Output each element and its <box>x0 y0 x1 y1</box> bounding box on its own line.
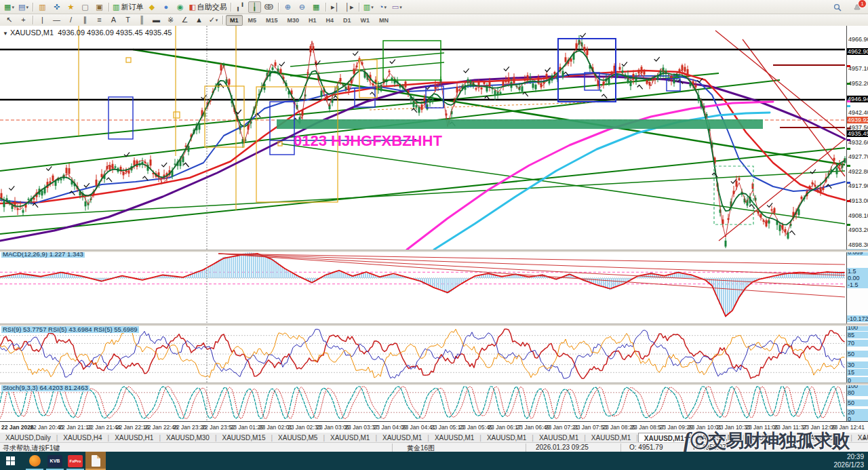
horizontal-line-tool[interactable]: — <box>50 14 63 26</box>
more-arrows-tool[interactable]: ✓▾ <box>207 14 220 26</box>
crosshair-tool[interactable]: + <box>17 14 30 26</box>
bar-chart-mode-button[interactable]: ╻╹ <box>234 1 247 13</box>
panel-divider[interactable] <box>0 324 868 326</box>
chart-tab-5[interactable]: XAUUSD,M5 <box>273 433 323 443</box>
timeframe-m30[interactable]: M30 <box>283 15 304 26</box>
search-icon[interactable] <box>831 1 844 13</box>
chart-tab-1[interactable]: XAUUSD,H4 <box>58 433 107 443</box>
timeframe-m5[interactable]: M5 <box>244 15 261 26</box>
candlestick-mode-button[interactable]: ╽ <box>248 1 261 13</box>
auto-trading-icon: ◧ <box>189 3 195 11</box>
expert-advisors-icon: ◆ <box>149 3 155 11</box>
chart-profiles-button[interactable]: ▤▾ <box>17 1 30 13</box>
taskbar-app-fxpro[interactable]: FxPro <box>65 452 85 470</box>
chart-text-annotation[interactable]: 0123 HJHGFXBZHHT <box>294 132 442 150</box>
chart-tab-4[interactable]: XAUUSD,M15 <box>217 433 271 443</box>
start-button[interactable] <box>0 452 20 470</box>
favorites-button[interactable]: ★ <box>64 1 77 13</box>
price-chart-canvas[interactable] <box>0 26 846 421</box>
collapse-arrow-icon[interactable]: ▼ <box>3 31 8 37</box>
timeframe-w1[interactable]: W1 <box>357 15 374 26</box>
axis-label: 50 <box>847 399 868 406</box>
new-order-button[interactable]: ▥新订单 <box>112 1 144 13</box>
timeframe-mn[interactable]: MN <box>375 15 393 26</box>
line-endpoint-mark <box>847 83 850 85</box>
timeframe-h4[interactable]: H4 <box>322 15 338 26</box>
zoom-out-button[interactable]: ⊖ <box>296 1 309 13</box>
chart-tab-8[interactable]: XAUUSD,M1 <box>429 433 479 443</box>
chart-tab-6[interactable]: XAUUSD,M1 <box>325 433 375 443</box>
community-button[interactable]: ● <box>159 1 172 13</box>
label-tool[interactable]: T <box>121 14 134 26</box>
rsi-label[interactable]: RSI(9) 53.7757 RSI(5) 43.6984 RSI(5) 55.… <box>1 326 139 333</box>
market-button[interactable]: ◉ <box>174 1 186 13</box>
dropdown-caret-icon: ▾ <box>216 18 218 22</box>
new-chart-icon: ▦ <box>4 3 11 11</box>
market-watch-button[interactable]: ▥ <box>36 1 49 13</box>
chart-shift-button[interactable]: │▸ <box>343 1 356 13</box>
chart-tab-12[interactable]: XAUUSD,M1 <box>638 433 690 444</box>
history-center-icon: ▣ <box>96 3 102 11</box>
dropdown-caret-icon: ▾ <box>384 5 387 9</box>
rectangle-tool-icon: ▬ <box>153 16 160 24</box>
line-endpoint-mark <box>847 165 850 167</box>
vertical-line-tool[interactable]: | <box>36 14 49 26</box>
timeframe-h1[interactable]: H1 <box>304 15 321 26</box>
axis-label: 4966.90 <box>848 36 868 43</box>
tile-windows-icon: ▦ <box>313 3 319 11</box>
taskbar-app-browser[interactable] <box>24 452 45 470</box>
chart-tab-0[interactable]: XAUUSD,Daily <box>0 433 56 443</box>
new-chart-button[interactable]: ▦▾ <box>3 1 16 13</box>
chart-tab-10[interactable]: XAUUSD,M1 <box>534 433 584 443</box>
expert-advisors-button[interactable]: ◆ <box>145 1 158 13</box>
taskbar-app-kvb[interactable]: KVB <box>45 452 65 470</box>
tile-windows-button[interactable]: ▦ <box>310 1 323 13</box>
history-center-button[interactable]: ▣ <box>93 1 106 13</box>
templates-button[interactable]: ▭▾ <box>391 1 403 13</box>
line-chart-mode-button[interactable]: ↂ <box>262 1 275 13</box>
line-endpoint-mark <box>847 224 850 226</box>
chart-tab-2[interactable]: XAUUSD,H1 <box>109 433 159 443</box>
text-tool[interactable]: A <box>107 14 120 26</box>
gann-tool-icon: ∠ <box>182 16 189 24</box>
taskbar-clock[interactable]: 20:39 2026/1/23 <box>834 453 865 469</box>
fibonacci-tool[interactable]: ≡ <box>93 14 106 26</box>
taskbar-app-document[interactable] <box>85 452 106 470</box>
axis-label: 4903.20 <box>848 227 868 233</box>
rectangle-tool[interactable]: ▬ <box>150 14 163 26</box>
periods-button[interactable]: ◔▾ <box>376 1 389 13</box>
windows-taskbar: KVB FxPro 20:39 2026/1/23 <box>0 452 868 470</box>
cursor-tool-icon: ↖ <box>6 16 12 24</box>
new-order-icon: ▥ <box>113 3 119 11</box>
panel-divider[interactable] <box>0 250 868 252</box>
chart-tab-11[interactable]: XAUUSD,M1 <box>586 433 636 443</box>
axis-label: 4917.90 <box>848 182 868 189</box>
panel-divider[interactable] <box>0 383 868 385</box>
cursor-tool[interactable]: ↖ <box>3 14 16 26</box>
timeframe-m1[interactable]: M1 <box>226 15 243 26</box>
shapes-tool[interactable]: ※ <box>164 14 177 26</box>
gann-tool[interactable]: ∠ <box>178 14 191 26</box>
tab-scroll-arrow[interactable]: ▸ <box>863 435 867 442</box>
cycle-lines-tool[interactable]: ║ <box>136 14 149 26</box>
horizontal-line-tool-icon: — <box>53 16 60 24</box>
chart-tab-9[interactable]: XAUUSD,M1 <box>481 433 532 443</box>
indicators-icon: ▥ <box>363 3 370 11</box>
trendline-tool[interactable]: / <box>64 14 77 26</box>
timeframe-d1[interactable]: D1 <box>339 15 355 26</box>
market-icon: ◉ <box>177 3 184 11</box>
channel-tool[interactable]: ∥ <box>79 14 92 26</box>
auto-scroll-button[interactable]: ▸│ <box>329 1 342 13</box>
auto-trading-button[interactable]: ◧自助交易 <box>188 1 227 13</box>
navigator-button[interactable]: ✜ <box>50 1 63 13</box>
templates-icon: ▭ <box>392 3 399 11</box>
chart-tab-7[interactable]: XAUUSD,M1 <box>377 433 427 443</box>
arrow-tool[interactable]: ▲ <box>193 14 205 26</box>
timeframe-m15[interactable]: M15 <box>262 15 282 26</box>
zoom-in-button[interactable]: ⊕ <box>281 1 294 13</box>
notifications-icon[interactable]: 1 <box>850 1 863 13</box>
data-window-button[interactable]: ▢ <box>79 1 92 13</box>
dropdown-caret-icon: ▾ <box>26 5 28 9</box>
indicators-button[interactable]: ▥▾ <box>362 1 375 13</box>
chart-tab-3[interactable]: XAUUSD,M30 <box>161 433 215 443</box>
